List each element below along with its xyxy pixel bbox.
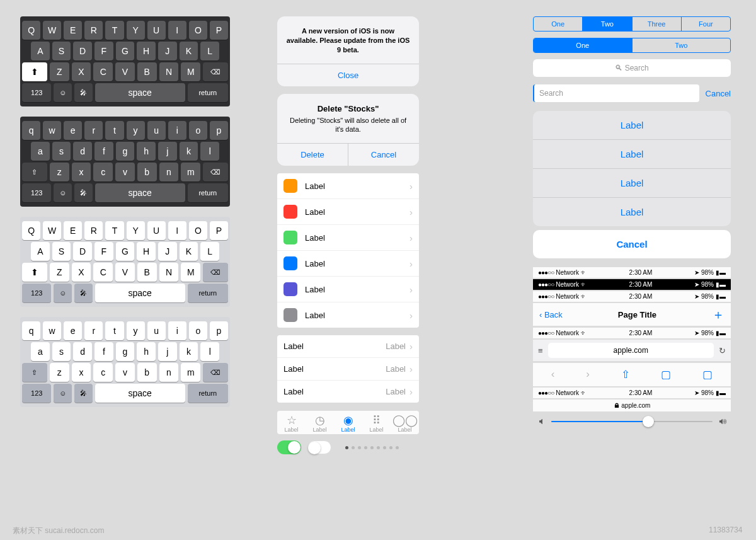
key-i[interactable]: I [168, 21, 186, 40]
tab-browse[interactable]: ◉Label [334, 414, 362, 433]
key-k[interactable]: K [180, 42, 198, 60]
key-f[interactable]: F [94, 42, 113, 60]
add-button[interactable]: ＋ [712, 308, 724, 321]
key-l[interactable]: L [200, 42, 219, 60]
swatch-icon [284, 231, 297, 244]
cancel-button[interactable]: Cancel [706, 89, 731, 98]
key-p[interactable]: P [210, 21, 228, 40]
mic-key[interactable]: 🎤︎ [74, 83, 93, 102]
seg-one[interactable]: One [534, 17, 582, 31]
emoji-key[interactable]: ☺ [54, 183, 72, 202]
back-button[interactable]: ‹ Back [539, 310, 563, 319]
return-key[interactable]: return [188, 183, 228, 202]
list-item[interactable]: Label› [277, 225, 419, 251]
return-key[interactable]: return [188, 284, 228, 302]
sheet-option[interactable]: Label [533, 111, 731, 140]
sheet-option[interactable]: Label [533, 198, 731, 226]
key-t[interactable]: T [105, 21, 123, 40]
shift-key[interactable]: ⇧ [22, 163, 47, 181]
emoji-key[interactable]: ☺ [54, 384, 72, 403]
return-key[interactable]: return [188, 83, 228, 102]
mic-key[interactable]: 🎤︎ [74, 284, 93, 302]
seg-one[interactable]: One [534, 38, 632, 52]
seg-two[interactable]: Two [582, 17, 631, 31]
url-field[interactable]: apple.com [548, 343, 714, 358]
list-item[interactable]: LabelLabel› [277, 358, 419, 381]
key-z[interactable]: Z [50, 62, 69, 81]
key-w[interactable]: W [43, 21, 61, 40]
numeric-key[interactable]: 123 [22, 284, 51, 302]
switch-off[interactable] [307, 440, 331, 454]
numeric-key[interactable]: 123 [22, 83, 51, 102]
space-key[interactable]: space [95, 284, 185, 302]
list-item[interactable]: Label› [277, 277, 419, 302]
key-h[interactable]: H [137, 42, 156, 60]
reader-icon[interactable]: ≡ [538, 346, 543, 355]
key-e[interactable]: E [64, 21, 82, 40]
numeric-key[interactable]: 123 [22, 183, 51, 202]
search-bar[interactable]: 🔍︎ Search [533, 59, 731, 77]
key-a[interactable]: A [31, 42, 50, 60]
sheet-option[interactable]: Label [533, 169, 731, 198]
list-item[interactable]: Label› [277, 173, 419, 199]
emoji-key[interactable]: ☺ [54, 83, 72, 102]
key-u[interactable]: U [147, 21, 166, 40]
mic-key[interactable]: 🎤︎ [74, 384, 93, 403]
seg-three[interactable]: Three [632, 17, 681, 31]
key-v[interactable]: V [115, 62, 135, 81]
close-button[interactable]: Close [277, 64, 419, 86]
delete-key[interactable]: ⌫ [203, 62, 228, 81]
key-y[interactable]: Y [127, 21, 145, 40]
space-key[interactable]: space [95, 83, 185, 102]
key-c[interactable]: C [93, 62, 113, 81]
key-g[interactable]: G [116, 42, 135, 60]
key-j[interactable]: J [158, 42, 177, 60]
tabs-icon[interactable]: ▢ [702, 368, 713, 381]
list-item[interactable]: LabelLabel› [277, 335, 419, 358]
back-icon[interactable]: ‹ [551, 368, 555, 381]
switch-on[interactable] [277, 440, 301, 454]
delete-key[interactable]: ⌫ [203, 263, 228, 282]
numeric-key[interactable]: 123 [22, 384, 51, 403]
shift-key[interactable]: ⇧ [22, 363, 47, 382]
space-key[interactable]: space [95, 384, 185, 403]
shift-key[interactable]: ⬆ [22, 263, 47, 282]
cancel-button[interactable]: Cancel [348, 144, 419, 166]
tab-recents[interactable]: ◷Label [306, 414, 334, 433]
return-key[interactable]: return [188, 384, 228, 403]
key-n[interactable]: N [159, 62, 179, 81]
key-q[interactable]: Q [22, 21, 40, 40]
sheet-option[interactable]: Label [533, 140, 731, 169]
share-icon[interactable]: ⇧ [621, 368, 630, 381]
mic-key[interactable]: 🎤︎ [74, 183, 93, 202]
delete-key[interactable]: ⌫ [203, 363, 228, 382]
emoji-key[interactable]: ☺ [54, 284, 72, 302]
key-x[interactable]: X [72, 62, 91, 81]
list-item[interactable]: Label› [277, 302, 419, 328]
list-item[interactable]: Label› [277, 199, 419, 225]
space-key[interactable]: space [95, 183, 185, 202]
tab-voicemail[interactable]: ◯◯Label [391, 414, 419, 433]
page-control[interactable] [345, 446, 399, 449]
tab-keypad[interactable]: ⠿Label [362, 414, 391, 433]
shift-key[interactable]: ⬆ [22, 62, 47, 81]
forward-icon[interactable]: › [586, 368, 590, 381]
key-m[interactable]: M [181, 62, 200, 81]
reload-icon[interactable]: ↻ [719, 346, 726, 355]
search-input[interactable]: Search [533, 84, 699, 102]
seg-two[interactable]: Two [632, 38, 731, 52]
sheet-cancel-button[interactable]: Cancel [533, 230, 731, 258]
list-item[interactable]: Label› [277, 251, 419, 277]
delete-button[interactable]: Delete [277, 144, 348, 166]
key-r[interactable]: R [84, 21, 103, 40]
key-s[interactable]: S [52, 42, 71, 60]
seg-four[interactable]: Four [681, 17, 730, 31]
delete-key[interactable]: ⌫ [203, 163, 228, 181]
list-item[interactable]: LabelLabel› [277, 381, 419, 403]
bookmarks-icon[interactable]: ▢ [661, 368, 671, 381]
volume-slider[interactable] [551, 421, 713, 422]
tab-favorites[interactable]: ☆Label [277, 414, 306, 433]
key-o[interactable]: O [189, 21, 207, 40]
key-d[interactable]: D [73, 42, 92, 60]
key-b[interactable]: B [137, 62, 157, 81]
